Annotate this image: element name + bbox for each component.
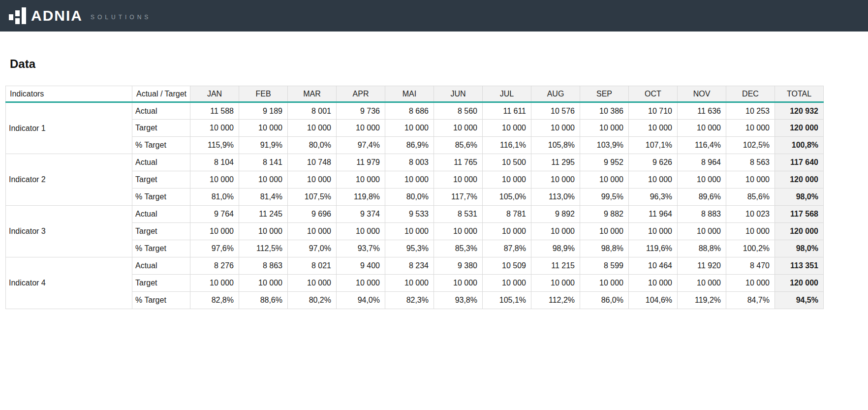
cell-2-target-jan: 10 000 (190, 171, 239, 189)
cell-2-target-apr: 10 000 (337, 171, 385, 189)
cell-2-actual-mar: 10 748 (288, 154, 337, 171)
cell-1-target-oct: 10 000 (629, 120, 678, 137)
cell-2-pct-jun: 117,7% (434, 189, 483, 206)
col-header-total: TOTAL (775, 86, 824, 102)
cell-4-target-jun: 10 000 (434, 275, 483, 292)
cell-1-target-dec: 10 000 (726, 120, 775, 137)
cell-3-target-nov: 10 000 (678, 223, 726, 240)
cell-3-target-jan: 10 000 (190, 223, 239, 240)
table-header-row: Indicators Actual / Target JAN FEB MAR A… (6, 86, 824, 102)
cell-3-pct-oct: 119,6% (629, 240, 678, 257)
cell-2-actual-feb: 8 141 (239, 154, 288, 171)
cell-1-actual-feb: 9 189 (239, 102, 288, 120)
cell-3-pct-sep: 98,8% (580, 240, 629, 257)
indicator-name-2: Indicator 2 (6, 154, 132, 206)
cell-1-actual-dec: 10 253 (726, 102, 775, 120)
row-label-pct: % Target (132, 189, 190, 206)
cell-4-pct-mar: 80,2% (288, 292, 337, 309)
brand-name: ADNIA (31, 8, 83, 23)
cell-3-actual-mai: 9 533 (385, 206, 434, 223)
col-header-aug: AUG (531, 86, 580, 102)
cell-1-target-apr: 10 000 (337, 120, 385, 137)
cell-3-target-mai: 10 000 (385, 223, 434, 240)
row-label-target: Target (132, 275, 190, 292)
cell-3-pct-jul: 87,8% (483, 240, 531, 257)
col-header-indicators: Indicators (6, 86, 132, 102)
cell-1-actual-nov: 11 636 (678, 102, 726, 120)
cell-1-target-jul: 10 000 (483, 120, 531, 137)
cell-4-target-dec: 10 000 (726, 275, 775, 292)
cell-2-pct-nov: 89,6% (678, 189, 726, 206)
cell-2-actual-dec: 8 563 (726, 154, 775, 171)
row-label-actual: Actual (132, 102, 190, 120)
col-header-oct: OCT (629, 86, 678, 102)
cell-3-target-jul: 10 000 (483, 223, 531, 240)
cell-2-target-total: 120 000 (775, 171, 824, 189)
cell-4-target-apr: 10 000 (337, 275, 385, 292)
cell-4-target-sep: 10 000 (580, 275, 629, 292)
cell-4-pct-total: 94,5% (775, 292, 824, 309)
cell-1-pct-dec: 102,5% (726, 137, 775, 154)
cell-1-pct-jul: 116,1% (483, 137, 531, 154)
cell-3-actual-jan: 9 764 (190, 206, 239, 223)
cell-4-target-total: 120 000 (775, 275, 824, 292)
cell-4-pct-apr: 94,0% (337, 292, 385, 309)
cell-4-target-oct: 10 000 (629, 275, 678, 292)
cell-3-actual-total: 117 568 (775, 206, 824, 223)
cell-1-target-aug: 10 000 (531, 120, 580, 137)
cell-1-actual-jul: 11 611 (483, 102, 531, 120)
cell-2-pct-sep: 99,5% (580, 189, 629, 206)
cell-1-pct-jan: 115,9% (190, 137, 239, 154)
cell-4-target-nov: 10 000 (678, 275, 726, 292)
cell-3-actual-apr: 9 374 (337, 206, 385, 223)
col-header-feb: FEB (239, 86, 288, 102)
row-label-target: Target (132, 120, 190, 137)
cell-4-actual-apr: 9 400 (337, 257, 385, 275)
cell-2-target-jul: 10 000 (483, 171, 531, 189)
cell-4-actual-mai: 8 234 (385, 257, 434, 275)
cell-4-actual-jul: 10 509 (483, 257, 531, 275)
row-label-actual: Actual (132, 154, 190, 171)
cell-4-pct-sep: 86,0% (580, 292, 629, 309)
cell-1-target-mar: 10 000 (288, 120, 337, 137)
cell-3-target-aug: 10 000 (531, 223, 580, 240)
cell-3-pct-feb: 112,5% (239, 240, 288, 257)
cell-4-actual-feb: 8 863 (239, 257, 288, 275)
cell-2-pct-jan: 81,0% (190, 189, 239, 206)
cell-2-pct-feb: 81,4% (239, 189, 288, 206)
bar-chart-logo-icon (9, 7, 26, 24)
cell-1-pct-aug: 105,8% (531, 137, 580, 154)
cell-2-target-dec: 10 000 (726, 171, 775, 189)
cell-4-actual-dec: 8 470 (726, 257, 775, 275)
cell-3-pct-jun: 85,3% (434, 240, 483, 257)
cell-4-target-jul: 10 000 (483, 275, 531, 292)
cell-4-pct-jun: 93,8% (434, 292, 483, 309)
cell-1-target-feb: 10 000 (239, 120, 288, 137)
cell-2-target-mai: 10 000 (385, 171, 434, 189)
cell-4-pct-nov: 119,2% (678, 292, 726, 309)
row-label-pct: % Target (132, 137, 190, 154)
cell-3-target-dec: 10 000 (726, 223, 775, 240)
cell-1-actual-aug: 10 576 (531, 102, 580, 120)
cell-3-target-apr: 10 000 (337, 223, 385, 240)
cell-4-target-aug: 10 000 (531, 275, 580, 292)
cell-3-actual-feb: 11 245 (239, 206, 288, 223)
cell-1-pct-apr: 97,4% (337, 137, 385, 154)
cell-2-target-sep: 10 000 (580, 171, 629, 189)
cell-3-actual-aug: 9 892 (531, 206, 580, 223)
row-label-pct: % Target (132, 240, 190, 257)
col-header-apr: APR (337, 86, 385, 102)
cell-3-pct-apr: 93,7% (337, 240, 385, 257)
row-label-target: Target (132, 171, 190, 189)
cell-1-pct-mar: 80,0% (288, 137, 337, 154)
cell-2-pct-total: 98,0% (775, 189, 824, 206)
cell-2-actual-total: 117 640 (775, 154, 824, 171)
cell-2-actual-aug: 11 295 (531, 154, 580, 171)
indicator-name-3: Indicator 3 (6, 206, 132, 257)
cell-1-actual-total: 120 932 (775, 102, 824, 120)
cell-4-pct-mai: 82,3% (385, 292, 434, 309)
cell-4-target-feb: 10 000 (239, 275, 288, 292)
cell-3-actual-mar: 9 696 (288, 206, 337, 223)
cell-1-actual-jun: 8 560 (434, 102, 483, 120)
col-header-jan: JAN (190, 86, 239, 102)
